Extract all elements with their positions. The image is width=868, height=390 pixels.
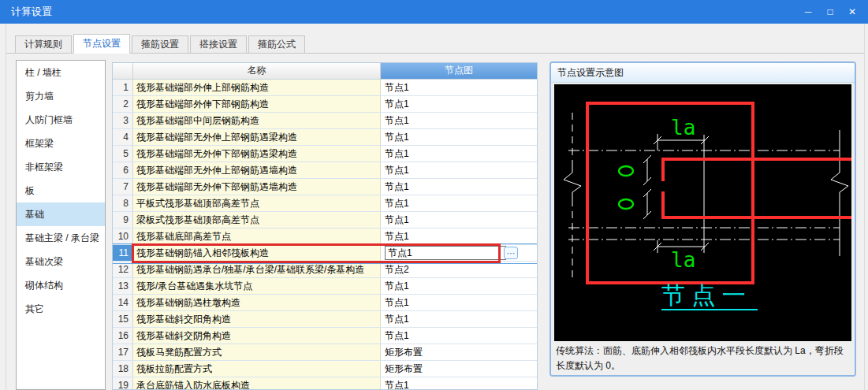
row-node-cell[interactable]: 节点1 <box>381 328 537 344</box>
row-name-cell[interactable]: 筏形基础端部无外伸下部钢筋遇梁构造 <box>133 146 381 162</box>
row-node-cell[interactable]: 节点1 <box>381 311 537 327</box>
row-number-cell[interactable]: 8 <box>113 195 133 211</box>
node-diagram-column-header[interactable]: 节点图 <box>381 63 537 79</box>
table-row[interactable]: 6 筏形基础端部无外伸上部钢筋遇墙构造 节点1 ⋯ <box>113 162 537 179</box>
sidebar-item[interactable]: 剪力墙 <box>17 84 105 108</box>
table-row[interactable]: 5 筏形基础端部无外伸下部钢筋遇梁构造 节点1 ⋯ <box>113 146 537 162</box>
minimize-button[interactable]: ─ <box>797 0 819 24</box>
row-number-cell[interactable]: 10 <box>113 228 133 244</box>
table-row[interactable]: 1 筏形基础端部外伸上部钢筋构造 节点1 ⋯ <box>113 80 537 96</box>
settings-tab[interactable]: 箍筋公式 <box>248 35 305 53</box>
table-row[interactable]: 15 筏形基础斜交阳角构造 节点1 ⋯ <box>113 311 537 328</box>
row-name-cell[interactable]: 筏形基础端部无外伸上部钢筋遇梁构造 <box>133 129 381 145</box>
row-number-cell[interactable]: 1 <box>113 80 133 95</box>
row-number-cell[interactable]: 13 <box>113 278 133 294</box>
row-node-cell[interactable]: 节点1 <box>381 195 537 211</box>
row-number-cell[interactable]: 19 <box>113 377 133 390</box>
row-name-cell[interactable]: 承台底筋锚入防水底板构造 <box>133 377 381 390</box>
sidebar-item[interactable]: 非框架梁 <box>17 155 105 179</box>
row-name-cell[interactable]: 筏形基础端部外伸下部钢筋构造 <box>133 96 381 112</box>
sidebar-item[interactable]: 其它 <box>17 297 105 321</box>
table-row[interactable]: 14 筏形基础钢筋遇柱墩构造 节点1 ⋯ <box>113 295 537 311</box>
sidebar-item[interactable]: 基础 <box>17 202 105 226</box>
row-node-cell[interactable]: 节点1 <box>381 295 537 310</box>
row-name-cell[interactable]: 筏形基础端部无外伸上部钢筋遇墙构造 <box>133 162 381 178</box>
row-node-cell[interactable]: 节点1 <box>381 162 537 178</box>
table-row[interactable]: 7 筏形基础端部无外伸下部钢筋遇墙构造 节点1 ⋯ <box>113 179 537 195</box>
ellipsis-button[interactable]: ⋯ <box>504 247 518 259</box>
row-number-cell[interactable]: 7 <box>113 179 133 195</box>
table-row[interactable]: 10 筏形基础底部高差节点 节点1 ⋯ <box>113 228 537 245</box>
row-name-cell[interactable]: 平板式筏形基础顶部高差节点 <box>133 195 381 211</box>
row-node-cell[interactable]: 节点1 <box>381 96 537 112</box>
sidebar-item[interactable]: 基础主梁 / 承台梁 <box>17 226 105 250</box>
table-row[interactable]: 18 筏板拉筋配置方式 矩形布置 ⋯ <box>113 361 537 377</box>
row-name-cell[interactable]: 筏形基础端部外伸上部钢筋构造 <box>133 80 381 95</box>
settings-tab[interactable]: 计算规则 <box>15 35 72 53</box>
row-number-cell[interactable]: 15 <box>113 311 133 327</box>
table-row[interactable]: 19 承台底筋锚入防水底板构造 节点1 ⋯ <box>113 377 537 390</box>
sidebar-item[interactable]: 人防门框墙 <box>17 108 105 132</box>
row-node-cell[interactable]: 节点1 <box>381 113 537 128</box>
sidebar-item-label: 柱 / 墙柱 <box>25 67 61 78</box>
table-row[interactable]: 13 筏形/承台基础遇集水坑节点 节点1 ⋯ <box>113 278 537 295</box>
table-row[interactable]: 4 筏形基础端部无外伸上部钢筋遇梁构造 节点1 ⋯ <box>113 129 537 146</box>
row-name-cell[interactable]: 梁板式筏形基础顶部高差节点 <box>133 212 381 228</box>
row-node-cell[interactable]: 节点1 <box>381 179 537 195</box>
close-button[interactable]: ✕ <box>841 0 863 24</box>
row-name-cell[interactable]: 筏形基础钢筋遇承台/独基/承台梁/基础联系梁/条基构造 <box>133 262 381 277</box>
row-number-cell[interactable]: 11 <box>113 245 133 261</box>
table-row[interactable]: 2 筏形基础端部外伸下部钢筋构造 节点1 ⋯ <box>113 96 537 113</box>
sidebar-item[interactable]: 砌体结构 <box>17 273 105 297</box>
row-name-cell[interactable]: 筏形基础斜交阳角构造 <box>133 311 381 327</box>
sidebar-item-label: 基础次梁 <box>25 256 63 267</box>
table-row[interactable]: 16 筏形基础斜交阴角构造 节点1 ⋯ <box>113 328 537 344</box>
table-row[interactable]: 9 梁板式筏形基础顶部高差节点 节点1 ⋯ <box>113 212 537 228</box>
row-node-cell[interactable]: 节点1 <box>381 278 537 294</box>
row-number-cell[interactable]: 9 <box>113 212 133 228</box>
row-number-cell[interactable]: 5 <box>113 146 133 162</box>
row-name-cell[interactable]: 筏形基础端部无外伸下部钢筋遇墙构造 <box>133 179 381 195</box>
row-number-cell[interactable]: 17 <box>113 344 133 360</box>
table-row[interactable]: 3 筏形基础端部中间层钢筋构造 节点1 ⋯ <box>113 113 537 129</box>
row-number-cell[interactable]: 6 <box>113 162 133 178</box>
table-row[interactable]: 17 筏板马凳筋配置方式 矩形布置 ⋯ <box>113 344 537 361</box>
row-node-cell[interactable]: 节点1 <box>381 146 537 162</box>
row-name-cell[interactable]: 筏板马凳筋配置方式 <box>133 344 381 360</box>
name-column-header[interactable]: 名称 <box>133 63 381 79</box>
sidebar-item[interactable]: 柱 / 墙柱 <box>17 61 105 84</box>
row-name-cell[interactable]: 筏形基础端部中间层钢筋构造 <box>133 113 381 128</box>
sidebar-item[interactable]: 框架梁 <box>17 132 105 155</box>
settings-tab[interactable]: 搭接设置 <box>190 35 247 53</box>
row-name-cell[interactable]: 筏形基础底部高差节点 <box>133 228 381 244</box>
row-number-cell[interactable]: 12 <box>113 262 133 277</box>
row-name-cell[interactable]: 筏形基础斜交阴角构造 <box>133 328 381 344</box>
row-node-cell[interactable]: 矩形布置 <box>381 344 537 360</box>
row-node-cell[interactable]: 节点1 <box>381 129 537 145</box>
row-number-cell[interactable]: 16 <box>113 328 133 344</box>
row-number-cell[interactable]: 3 <box>113 113 133 128</box>
row-name-cell[interactable]: 筏形基础钢筋锚入相邻筏板构造 <box>133 245 381 261</box>
row-node-cell[interactable]: 节点1 <box>381 377 537 390</box>
row-name-cell[interactable]: 筏板拉筋配置方式 <box>133 361 381 377</box>
row-node-cell[interactable]: 节点1 <box>381 80 537 95</box>
settings-tab[interactable]: 节点设置 <box>73 34 130 54</box>
settings-tab[interactable]: 箍筋设置 <box>132 35 188 53</box>
table-row[interactable]: 8 平板式筏形基础顶部高差节点 节点1 ⋯ <box>113 195 537 212</box>
row-node-cell[interactable]: 矩形布置 <box>381 361 537 377</box>
maximize-button[interactable]: □ <box>819 0 841 24</box>
sidebar-item[interactable]: 板 <box>17 179 105 202</box>
row-number-cell[interactable]: 18 <box>113 361 133 377</box>
row-number-cell[interactable]: 2 <box>113 96 133 112</box>
row-node-value: 节点1 <box>385 113 409 128</box>
table-row[interactable]: 11 筏形基础钢筋锚入相邻筏板构造 节点1 ⋯ <box>113 245 537 262</box>
row-name-cell[interactable]: 筏形基础钢筋遇柱墩构造 <box>133 295 381 310</box>
row-name-cell[interactable]: 筏形/承台基础遇集水坑节点 <box>133 278 381 294</box>
table-row[interactable]: 12 筏形基础钢筋遇承台/独基/承台梁/基础联系梁/条基构造 节点2 ⋯ <box>113 262 537 278</box>
row-number-cell[interactable]: 14 <box>113 295 133 310</box>
sidebar-item[interactable]: 基础次梁 <box>17 250 105 273</box>
row-number-cell[interactable]: 4 <box>113 129 133 145</box>
row-node-cell[interactable]: 节点1 <box>381 228 537 244</box>
row-node-cell[interactable]: 节点1 <box>381 212 537 228</box>
row-node-cell[interactable]: 节点2 <box>381 262 537 277</box>
